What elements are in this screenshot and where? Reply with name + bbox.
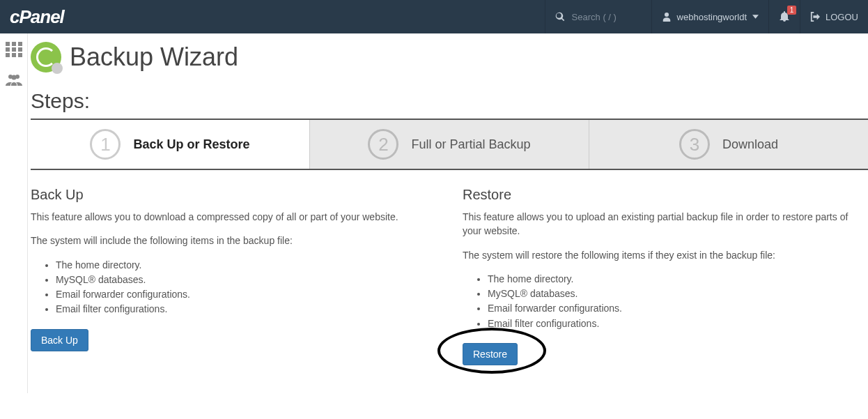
svg-rect-1	[12, 42, 16, 46]
step-label: Back Up or Restore	[133, 137, 249, 152]
apps-grid-button[interactable]	[6, 42, 22, 59]
list-item: Email filter configurations.	[488, 317, 867, 330]
left-rail	[0, 33, 28, 393]
backup-wizard-icon	[31, 42, 61, 73]
svg-rect-2	[18, 42, 22, 46]
step-label: Full or Partial Backup	[411, 137, 530, 152]
svg-rect-6	[6, 53, 10, 57]
logout-icon	[810, 12, 820, 22]
backup-list-intro: The system will include the following it…	[31, 234, 435, 247]
search-icon	[555, 12, 565, 22]
backup-button[interactable]: Back Up	[31, 329, 88, 351]
backup-heading: Back Up	[31, 187, 435, 203]
brand-logo[interactable]: cPanel	[10, 6, 64, 28]
backup-section: Back Up This feature allows you to downl…	[31, 187, 435, 365]
restore-section: Restore This feature allows you to uploa…	[463, 187, 867, 365]
caret-down-icon	[752, 15, 759, 19]
steps-heading: Steps:	[28, 89, 868, 113]
list-item: MySQL® databases.	[56, 273, 435, 287]
list-item: Email filter configurations.	[56, 302, 435, 316]
list-item: Email forwarder configurations.	[488, 301, 867, 315]
step-label: Download	[722, 137, 778, 152]
svg-rect-3	[6, 47, 10, 52]
user-icon	[662, 12, 672, 22]
top-navbar: cPanel webhostingworldt 1 LOGOU	[0, 0, 868, 33]
steps-row: 1 Back Up or Restore 2 Full or Partial B…	[31, 119, 868, 170]
users-button[interactable]	[6, 72, 22, 89]
apps-grid-icon	[6, 42, 22, 57]
main-content: Backup Wizard Steps: 1 Back Up or Restor…	[28, 33, 868, 393]
brand-text: cPanel	[10, 6, 64, 28]
step-2[interactable]: 2 Full or Partial Backup	[310, 120, 589, 169]
svg-rect-7	[12, 53, 16, 57]
restore-button[interactable]: Restore	[463, 343, 518, 365]
search-input[interactable]	[572, 12, 642, 22]
list-item: Email forwarder configurations.	[56, 287, 435, 301]
users-icon	[6, 72, 22, 87]
svg-point-11	[11, 75, 16, 80]
page-title: Backup Wizard	[70, 43, 238, 72]
list-item: MySQL® databases.	[488, 287, 867, 300]
logout-label: LOGOU	[826, 12, 858, 22]
svg-rect-5	[18, 47, 22, 52]
step-1[interactable]: 1 Back Up or Restore	[31, 120, 310, 169]
svg-rect-8	[18, 53, 22, 57]
restore-items-list: The home directory. MySQL® databases. Em…	[488, 272, 867, 330]
notifications-menu[interactable]: 1	[768, 0, 800, 33]
restore-description: This feature allows you to upload an exi…	[463, 210, 867, 238]
svg-rect-0	[6, 42, 10, 46]
user-name: webhostingworldt	[677, 12, 747, 22]
user-menu[interactable]: webhostingworldt	[651, 0, 768, 33]
step-number: 3	[679, 129, 710, 160]
step-3[interactable]: 3 Download	[589, 120, 868, 169]
svg-rect-4	[12, 47, 16, 52]
restore-heading: Restore	[463, 187, 867, 203]
backup-description: This feature allows you to download a co…	[31, 210, 435, 224]
step-number: 2	[368, 129, 398, 160]
backup-items-list: The home directory. MySQL® databases. Em…	[56, 258, 435, 317]
notification-count-badge: 1	[787, 6, 796, 15]
step-number: 1	[90, 129, 121, 160]
logout-button[interactable]: LOGOU	[800, 0, 868, 33]
list-item: The home directory.	[56, 258, 435, 272]
restore-list-intro: The system will restore the following it…	[463, 248, 867, 262]
search-box[interactable]	[545, 0, 651, 33]
list-item: The home directory.	[488, 272, 867, 286]
